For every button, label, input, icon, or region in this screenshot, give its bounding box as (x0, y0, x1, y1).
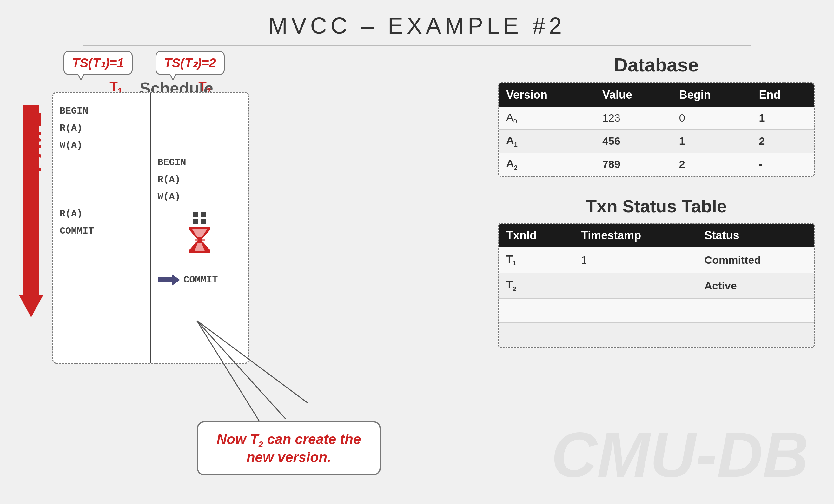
db-a1-value: 456 (595, 130, 672, 153)
db-a0-begin: 0 (672, 107, 751, 130)
db-row-a1: A1 456 1 2 (499, 130, 814, 153)
db-a1-begin: 1 (672, 130, 751, 153)
db-a0-value: 123 (595, 107, 672, 130)
db-header-begin: Begin (672, 83, 751, 107)
txn-t1-timestamp: 1 (573, 247, 697, 272)
hourglass-area (158, 212, 242, 254)
db-row-a2: A2 789 2 - (499, 153, 814, 176)
bubble-t1-text: TS(T₁)=1 (72, 56, 124, 70)
title-divider (84, 45, 750, 46)
database-table-container: Version Value Begin End A0 123 0 1 A1 45… (498, 82, 815, 177)
t1-column: BEGIN R(A) W(A) R(A) COMMIT (53, 93, 150, 363)
db-a1-end: 2 (751, 130, 814, 153)
txn-header-status: Status (697, 224, 814, 247)
t2-op-ra: R(A) (158, 171, 242, 188)
bubble-t2-text: TS(T₂)=2 (164, 56, 216, 70)
t2-op-commit: COMMIT (184, 271, 218, 288)
txn-row-empty1 (499, 298, 814, 323)
db-header-end: End (751, 83, 814, 107)
bubble-ts-t1: TS(T₁)=1 (64, 51, 133, 75)
t2-column: BEGIN R(A) W(A) (151, 93, 248, 363)
txn-row-t2: T2 Active (499, 273, 814, 299)
t1-op-ra: R(A) (60, 119, 144, 137)
t1-op-ra2: R(A) (60, 205, 144, 222)
txn-empty1-status (697, 298, 814, 323)
t1-op-begin: BEGIN (60, 103, 144, 119)
txn-status-table: TxnId Timestamp Status T1 1 Committed T2… (499, 224, 814, 347)
txn-row-t1: T1 1 Committed (499, 247, 814, 272)
txn-t2-status: Active (697, 273, 814, 299)
time-label: TIME (20, 108, 46, 175)
t2-op-wa: W(A) (158, 188, 242, 205)
txn-status-title: Txn Status Table (498, 196, 815, 216)
txn-row-empty2 (499, 323, 814, 347)
db-a2-end: - (751, 153, 814, 176)
callout-line1: Now T2 can create the (213, 431, 364, 450)
t1-op-wa: W(A) (60, 137, 144, 154)
t1-op-commit: COMMIT (60, 222, 144, 240)
callout-bubble: Now T2 can create the new version. (197, 421, 381, 476)
database-table: Version Value Begin End A0 123 0 1 A1 45… (499, 83, 814, 176)
callout-line2: new version. (213, 450, 364, 465)
db-a0-end: 1 (751, 107, 814, 130)
time-arrow-head (19, 295, 43, 317)
txn-t2-timestamp (573, 273, 697, 299)
db-a2-begin: 2 (672, 153, 751, 176)
txn-t2-id: T2 (499, 273, 573, 299)
txn-empty1-id (499, 298, 573, 323)
db-a2-version: A2 (499, 153, 595, 176)
hourglass-icon (187, 226, 212, 254)
database-title: Database (498, 54, 815, 76)
db-row-a0: A0 123 0 1 (499, 107, 814, 130)
txn-t1-status: Committed (697, 247, 814, 272)
db-header-value: Value (595, 83, 672, 107)
db-header-version: Version (499, 83, 595, 107)
db-a2-value: 789 (595, 153, 672, 176)
schedule-box: BEGIN R(A) W(A) R(A) COMMIT BEGIN R(A) W… (52, 92, 249, 364)
right-section: Database Version Value Begin End A0 123 … (498, 54, 815, 348)
bubble-ts-t2: TS(T₂)=2 (155, 51, 225, 75)
txn-empty2-status (697, 323, 814, 347)
db-a0-version: A0 (499, 107, 595, 130)
txn-table-container: TxnId Timestamp Status T1 1 Committed T2… (498, 223, 815, 348)
txn-empty2-ts (573, 323, 697, 347)
svg-marker-7 (158, 274, 180, 286)
txn-empty1-ts (573, 298, 697, 323)
txn-empty2-id (499, 323, 573, 347)
txn-t1-id: T1 (499, 247, 573, 272)
page-title: MVCC – EXAMPLE #2 (0, 0, 834, 45)
commit-arrow-icon (158, 274, 180, 286)
t2-commit-row: COMMIT (158, 271, 242, 288)
watermark: CMU-DB (551, 418, 809, 491)
txn-header-timestamp: Timestamp (573, 224, 697, 247)
t2-op-begin: BEGIN (158, 154, 242, 171)
txn-header-txnid: TxnId (499, 224, 573, 247)
db-a1-version: A1 (499, 130, 595, 153)
